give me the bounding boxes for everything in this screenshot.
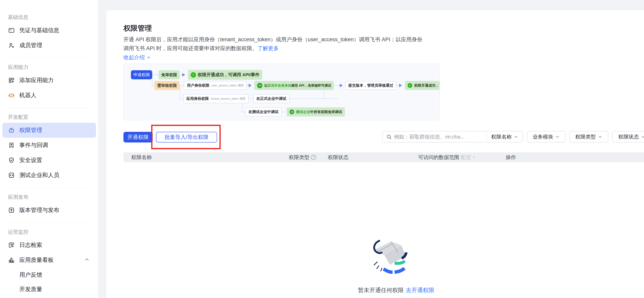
flow-node-formal-debug: 在正式企业中调试: [253, 94, 290, 103]
collapse-intro-link[interactable]: 收起介绍: [124, 54, 151, 61]
sidebar-item-credentials[interactable]: 凭证与基础信息: [0, 23, 98, 38]
sidebar-item-label: 安全设置: [19, 156, 42, 164]
check-circle-icon: ✓: [408, 83, 412, 88]
collapse-intro-label: 收起介绍: [124, 54, 145, 61]
flow-node-need-review: 需审核权限: [154, 81, 180, 90]
sidebar-item-label: 成员管理: [19, 42, 42, 49]
sidebar-item-label: 日志检索: [19, 241, 42, 249]
chevron-up-icon[interactable]: [84, 257, 90, 264]
sidebar-item-add-capability[interactable]: 添加应用能力: [0, 73, 98, 88]
sidebar-item-members[interactable]: 成员管理: [0, 38, 98, 53]
sidebar-item-label: 凭证与基础信息: [19, 27, 59, 34]
sidebar-item-label: 权限管理: [19, 126, 42, 134]
search-icon: [386, 134, 392, 140]
flow-connector: [242, 112, 245, 112]
go-open-permission-link[interactable]: 去开通权限: [406, 287, 434, 293]
flow-node-test-debug: 在测试企业中调试: [245, 107, 282, 116]
filter-business-module[interactable]: 业务模块: [527, 131, 566, 142]
flow-connector: [249, 99, 253, 99]
column-actions: 操作: [506, 152, 516, 162]
column-permission-status: 权限状态: [328, 152, 348, 162]
upload-box-icon: [8, 207, 15, 214]
member-add-icon: [8, 42, 15, 49]
sidebar-item-label: 应用质量看板: [19, 256, 54, 264]
empty-state: 暂未开通任何权限去开通权限: [329, 286, 463, 294]
flow-connector: [282, 112, 287, 112]
code-circle-icon: </>: [290, 110, 294, 114]
flow-connector: [180, 75, 182, 75]
flow-node-apply-permission: 申请权限: [131, 70, 152, 79]
sidebar-item-dev-quality[interactable]: 开发质量: [0, 282, 98, 296]
column-permission-type: 权限类型 ?: [289, 152, 316, 162]
sidebar-item-quality-dashboard[interactable]: 应用质量看板: [0, 253, 98, 268]
search-scope-select[interactable]: 权限名称: [487, 133, 523, 140]
search-input[interactable]: [392, 134, 487, 140]
column-permission-name: 权限名称: [131, 152, 152, 162]
description-text: 调用飞书 API 时，应用可能还需要申请对应的数据权限。: [124, 45, 258, 51]
sidebar-item-version-release[interactable]: 版本管理与发布: [0, 203, 98, 218]
permission-management-page: 基础信息 凭证与基础信息 成员管理 应用能力 添加应用能力 机器人: [0, 0, 644, 298]
search-scope-label: 权限名称: [491, 133, 512, 140]
page-description-line1: 开通 API 权限后，应用才能以应用身份（tenant_access_token…: [124, 36, 422, 43]
filter-permission-type[interactable]: 权限类型: [570, 131, 608, 142]
lock-icon: [8, 127, 15, 134]
learn-more-link[interactable]: 了解更多: [258, 45, 279, 51]
flow-node-user-identity: 用户身份权限user_access_token 调用: [184, 81, 247, 90]
sidebar-divider: [8, 222, 90, 223]
sidebar-item-bot[interactable]: 机器人: [0, 88, 98, 103]
sidebar-item-log-search[interactable]: 日志检索: [0, 238, 98, 253]
page-description-line2: 调用飞书 API 时，应用可能还需要申请对应的数据权限。了解更多: [124, 45, 279, 52]
search-bar: 权限名称: [382, 131, 523, 142]
sidebar-item-label: 事件与回调: [19, 141, 48, 149]
sidebar-item-test-company[interactable]: 测试企业和人员: [0, 168, 98, 183]
code-circle-icon: </>: [257, 83, 262, 88]
flow-connector: [152, 75, 158, 75]
sidebar-item-label: 版本管理与发布: [19, 206, 59, 214]
sidebar-divider: [8, 187, 90, 188]
main-content-card: 权限管理 开通 API 权限后，应用才能以应用身份（tenant_access_…: [106, 10, 644, 298]
sidebar-item-permission-management[interactable]: 权限管理: [2, 123, 96, 138]
filter-label: 权限类型: [576, 133, 596, 140]
sidebar-divider: [8, 58, 90, 58]
help-icon[interactable]: ?: [311, 155, 316, 160]
configure-link[interactable]: 配置: [461, 154, 476, 161]
grid-plus-icon: [8, 77, 15, 84]
sidebar-divider: [8, 108, 90, 108]
flow-arrow-icon: [182, 73, 185, 77]
flow-node-no-review: 免审权限: [158, 70, 180, 79]
bookmark-plus-icon: [8, 142, 15, 149]
chevron-down-icon: [555, 134, 560, 139]
flow-connector: [290, 99, 338, 99]
column-data-scope: 可访问的数据范围 配置: [418, 152, 476, 162]
sidebar-section-dev-config: 开发配置: [8, 114, 98, 120]
chevron-down-icon: [514, 134, 518, 139]
sidebar-item-user-feedback[interactable]: 用户反馈: [0, 268, 98, 282]
chevron-down-icon: [641, 134, 644, 139]
flow-connector: [247, 85, 248, 86]
permission-flow-diagram: 申请权限 免审权限 ✓ 权限开通成功，可调用 API/事件 需审核权限 用户身份…: [124, 64, 440, 120]
permission-table-header: 权限名称 权限类型 ? 权限状态 可访问的数据范围 配置 操作: [124, 152, 644, 162]
flow-arrow-icon: [249, 84, 252, 87]
batch-import-export-button[interactable]: 批量导入/导出权限: [156, 132, 217, 142]
sidebar-item-label: 测试企业和人员: [19, 171, 59, 179]
id-card-icon: [8, 27, 15, 34]
configure-label: 配置: [461, 154, 471, 161]
open-permission-button[interactable]: 开通权限: [124, 132, 152, 142]
filter-permission-status[interactable]: 权限状态: [612, 131, 644, 142]
sidebar-item-events-callbacks[interactable]: 事件与回调: [0, 138, 98, 153]
flow-arrow-icon: [399, 84, 402, 87]
filter-label: 权限状态: [618, 133, 639, 140]
sidebar-section-basic-info: 基础信息: [8, 14, 98, 21]
code-box-icon: [8, 172, 15, 179]
chevron-up-icon: [146, 55, 151, 60]
empty-state-message: 暂未开通任何权限: [358, 287, 404, 293]
sidebar-section-ops-monitoring: 运营监控: [8, 228, 98, 235]
page-title: 权限管理: [124, 24, 152, 33]
empty-box-illustration: [364, 235, 412, 277]
flow-connector: [396, 85, 399, 86]
log-search-icon: [8, 241, 15, 249]
sidebar-item-label: 添加应用能力: [19, 76, 54, 84]
flow-node-submit-version: 提交版本，管理员审核通过: [345, 81, 396, 90]
sidebar-item-security-settings[interactable]: 安全设置: [0, 153, 98, 168]
filter-label: 业务模块: [532, 133, 553, 140]
